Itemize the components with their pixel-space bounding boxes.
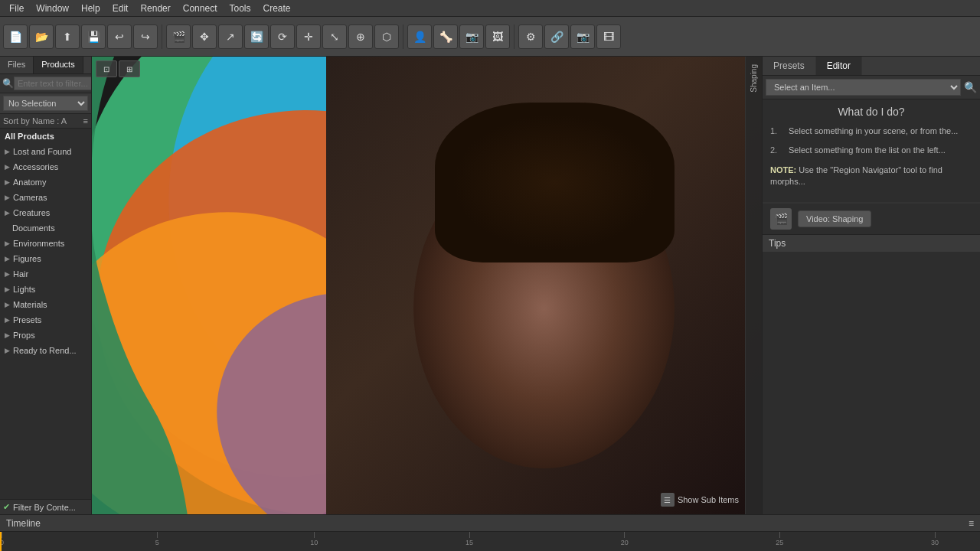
menu-connect[interactable]: Connect (177, 2, 224, 15)
toolbar-figure[interactable]: 👤 (407, 24, 432, 49)
filter-check-icon: ✔ (3, 502, 10, 512)
toolbar-new[interactable]: 📄 (3, 24, 28, 49)
search-icon[interactable]: 🔍 (2, 77, 14, 90)
toolbar-camera2[interactable]: 📷 (459, 24, 484, 49)
menu-create[interactable]: Create (256, 2, 296, 15)
timeline-header: Timeline ≡ (0, 515, 980, 532)
video-button[interactable]: Video: Shaping (798, 210, 871, 227)
tab-products[interactable]: Products (34, 57, 83, 73)
menu-tools[interactable]: Tools (223, 2, 256, 15)
timeline-menu-icon[interactable]: ≡ (969, 518, 974, 529)
toolbar-render[interactable]: 🖼 (485, 24, 510, 49)
toolbar-settings[interactable]: ⚙ (518, 24, 543, 49)
sort-icon[interactable]: ≡ (83, 116, 88, 126)
sep3 (514, 24, 514, 49)
product-item-2[interactable]: ▶Accessories (0, 159, 91, 174)
ruler-line (157, 532, 158, 538)
vp-frame-btn2[interactable]: ⊞ (119, 60, 140, 77)
video-btn-area: 🎬 Video: Shaping (763, 203, 980, 234)
instruction-2: 2. Select something from the list on the… (770, 145, 972, 156)
sep1 (162, 24, 162, 49)
toolbar-universal[interactable]: ⊕ (348, 24, 373, 49)
sub-items-icon: ☰ (661, 493, 675, 507)
product-item-3[interactable]: ▶Anatomy (0, 174, 91, 190)
menu-edit[interactable]: Edit (106, 2, 135, 15)
toolbar-joint[interactable]: 🦴 (433, 24, 458, 49)
ruler-mark-15: 15 (466, 532, 473, 546)
product-item-12[interactable]: ▶Presets (0, 312, 91, 328)
toolbar-arc-rotate[interactable]: ⟳ (270, 24, 295, 49)
product-item-label: Cameras (13, 193, 47, 202)
toolbar-camera[interactable]: 🎬 (166, 24, 191, 49)
instruction-1-text: Select something in your scene, or from … (789, 126, 958, 137)
product-item-9[interactable]: ▶Hair (0, 266, 91, 282)
ruler-line (314, 532, 315, 538)
product-item-10[interactable]: ▶Lights (0, 282, 91, 297)
menu-help[interactable]: Help (75, 2, 106, 15)
menu-file[interactable]: File (3, 2, 30, 15)
product-item-label: Environments (13, 239, 64, 248)
toolbar-node[interactable]: ⬡ (374, 24, 399, 49)
menu-render[interactable]: Render (134, 2, 176, 15)
product-item-1[interactable]: ▶Lost and Found (0, 144, 91, 159)
product-item-label: Hair (13, 269, 28, 279)
ruler-label: 25 (776, 539, 783, 546)
toolbar-move[interactable]: ✛ (296, 24, 321, 49)
viewport: Shaping ☰ Show Sub Items ⊡ ⊞ (92, 57, 762, 514)
product-item-7[interactable]: ▶Environments (0, 236, 91, 251)
product-item-0[interactable]: All Products (0, 129, 91, 144)
shaping-bar: Shaping (745, 57, 762, 514)
product-item-label: Accessories (13, 162, 58, 171)
product-item-6[interactable]: Documents (0, 220, 91, 236)
product-item-label: Presets (13, 315, 41, 324)
toolbar-undo[interactable]: ↩ (107, 24, 132, 49)
right-item-dropdown[interactable]: Select an Item... (766, 79, 961, 96)
tab-editor[interactable]: Editor (816, 57, 862, 75)
tab-presets[interactable]: Presets (763, 57, 816, 75)
toolbar-render2[interactable]: 🎞 (596, 24, 621, 49)
toolbar-save[interactable]: 💾 (81, 24, 106, 49)
selection-select[interactable]: No Selection Figure Prop Camera Light (3, 96, 88, 111)
toolbar-select[interactable]: ↗ (218, 24, 243, 49)
toolbar-scale[interactable]: ⤡ (322, 24, 347, 49)
tab-files[interactable]: Files (0, 57, 34, 73)
toolbar-open[interactable]: 📂 (29, 24, 54, 49)
product-item-13[interactable]: ▶Props (0, 328, 91, 343)
vp-frame-btn[interactable]: ⊡ (96, 60, 117, 77)
product-item-11[interactable]: ▶Materials (0, 297, 91, 312)
product-item-label: All Products (5, 132, 54, 141)
product-item-label: Figures (13, 254, 41, 263)
right-search-bar: Select an Item... 🔍 (763, 76, 980, 99)
product-item-14[interactable]: ▶Ready to Rend... (0, 343, 91, 358)
expand-arrow: ▶ (5, 240, 10, 247)
product-item-label: Creatures (13, 208, 50, 217)
product-item-4[interactable]: ▶Cameras (0, 190, 91, 205)
product-item-5[interactable]: ▶Creatures (0, 205, 91, 220)
toolbar-redo[interactable]: ↪ (133, 24, 158, 49)
ruler-label: 30 (931, 539, 939, 546)
expand-arrow: ▶ (5, 285, 10, 293)
search-input[interactable] (14, 77, 92, 90)
filter-bar[interactable]: ✔ Filter By Conte... (0, 499, 91, 514)
character-hair (435, 103, 675, 262)
right-search-icon[interactable]: 🔍 (964, 81, 977, 93)
expand-arrow: ▶ (5, 270, 10, 278)
show-sub-items[interactable]: ☰ Show Sub Items (661, 493, 739, 507)
toolbar-rotate[interactable]: 🔄 (244, 24, 269, 49)
ruler-label: 5 (155, 539, 159, 546)
expand-arrow: ▶ (5, 255, 10, 262)
toolbar-open-recent[interactable]: ⬆ (55, 24, 80, 49)
ruler-line (624, 532, 625, 538)
toolbar-transform[interactable]: ✥ (192, 24, 217, 49)
toolbar-snapshot[interactable]: 📷 (570, 24, 595, 49)
timeline: Timeline ≡ 051015202530 (0, 514, 980, 551)
selection-dropdown-container: No Selection Figure Prop Camera Light (0, 93, 91, 114)
filter-label: Filter By Conte... (13, 503, 76, 512)
note-item: NOTE: Use the "Region Navigator" tool to… (770, 165, 972, 188)
product-item-8[interactable]: ▶Figures (0, 251, 91, 266)
menu-window[interactable]: Window (30, 2, 75, 15)
timeline-cursor[interactable] (0, 532, 2, 551)
viewport-left-controls: ⊡ ⊞ (96, 60, 140, 77)
timeline-ruler: 051015202530 (0, 532, 980, 551)
toolbar-link[interactable]: 🔗 (544, 24, 569, 49)
